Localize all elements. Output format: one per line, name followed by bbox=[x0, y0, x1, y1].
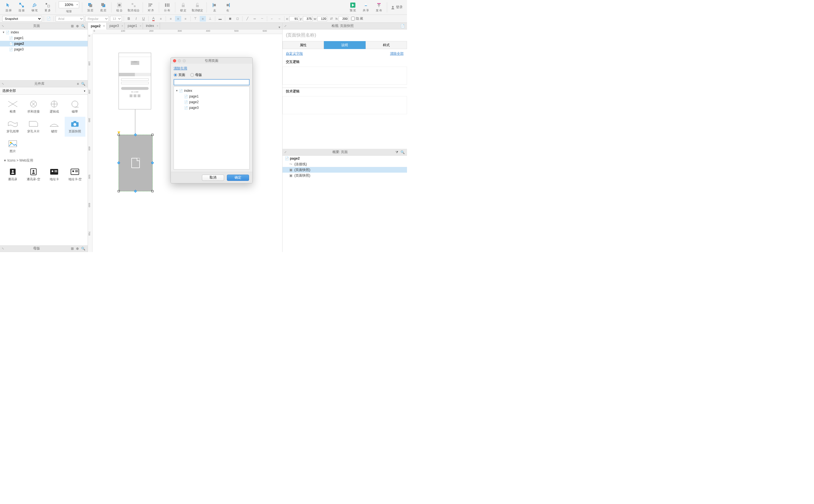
align-center-text[interactable]: ≡ bbox=[175, 16, 181, 22]
outline-item[interactable]: ⤳(连接线) bbox=[282, 161, 407, 167]
add-page-icon[interactable]: ⊕ bbox=[76, 24, 79, 28]
add-folder-icon[interactable]: ⊞ bbox=[71, 24, 74, 28]
ungroup-button[interactable]: 取消 组合 bbox=[126, 1, 141, 14]
group-button[interactable]: 组 合 bbox=[113, 1, 126, 14]
lib-item-addresscard[interactable]: 地址卡 bbox=[44, 165, 65, 185]
bold-button[interactable]: B bbox=[126, 16, 132, 22]
note-marker-icon[interactable] bbox=[117, 132, 120, 134]
notes-icon[interactable]: 📄 bbox=[400, 24, 405, 28]
search-icon[interactable]: 🔍 bbox=[400, 150, 405, 154]
notes-icon[interactable]: 📄 bbox=[46, 16, 52, 22]
close-icon[interactable]: × bbox=[103, 24, 105, 27]
connector-line[interactable] bbox=[135, 109, 135, 135]
collapse-icon[interactable]: ⤡ bbox=[2, 24, 4, 27]
dialog-tree-item[interactable]: 📄page1 bbox=[174, 94, 249, 99]
collapse-icon[interactable]: ⤡ bbox=[2, 247, 4, 250]
valign-middle[interactable]: ≡ bbox=[200, 16, 206, 22]
snapshot-widget-selected[interactable] bbox=[119, 135, 153, 191]
notes-textarea[interactable] bbox=[282, 67, 407, 85]
close-icon[interactable]: × bbox=[156, 24, 158, 27]
valign-bottom[interactable]: ⊥ bbox=[207, 16, 213, 22]
tab-index[interactable]: index× bbox=[143, 23, 160, 29]
lock-button[interactable]: 锁 定 bbox=[177, 1, 189, 14]
menu-icon[interactable]: ≡ bbox=[77, 82, 79, 86]
lib-item-image[interactable]: 图片 bbox=[2, 137, 23, 156]
pen-tool[interactable]: 钢 笔 bbox=[28, 1, 41, 14]
line-width-button[interactable]: ═ bbox=[251, 16, 258, 22]
library-filter-select[interactable]: 选择全部▾ bbox=[0, 87, 88, 95]
w-input[interactable] bbox=[317, 16, 327, 21]
font-weight-select[interactable]: Regular bbox=[85, 16, 109, 22]
tab-style[interactable]: 样式 bbox=[365, 41, 407, 49]
italic-button[interactable]: I bbox=[133, 16, 139, 22]
bring-front-button[interactable]: 顶 层 bbox=[84, 1, 96, 14]
align-right-text[interactable]: ≡ bbox=[182, 16, 189, 22]
notes-textarea[interactable] bbox=[282, 96, 407, 114]
collapse-icon[interactable]: ⤡ bbox=[2, 82, 4, 85]
pages-tree-root[interactable]: ▼📄index bbox=[0, 29, 88, 35]
outer-shadow-button[interactable]: ◼ bbox=[227, 16, 233, 22]
font-select[interactable]: Arial bbox=[56, 16, 84, 22]
add-folder-icon[interactable]: ⊞ bbox=[71, 247, 74, 251]
filter-icon[interactable]: ⧩ bbox=[395, 150, 398, 154]
publish-button[interactable]: 发 布 bbox=[373, 1, 385, 14]
preview-button[interactable]: 预 览 bbox=[346, 1, 359, 14]
lib-item-or[interactable]: 逻辑或 bbox=[44, 97, 65, 117]
close-icon[interactable]: × bbox=[121, 24, 123, 27]
line-style-button[interactable]: ┄ bbox=[259, 16, 265, 22]
login-button[interactable]: 登录 bbox=[389, 1, 405, 14]
clear-all-link[interactable]: 清除全部 bbox=[390, 51, 403, 56]
line-color-button[interactable]: ╱ bbox=[244, 16, 250, 22]
connect-tool[interactable]: 连 接 bbox=[15, 1, 28, 14]
zoom-select[interactable]: 100%▾ bbox=[59, 1, 79, 8]
arrow-end-button[interactable]: → bbox=[276, 16, 282, 22]
arrow-start-button[interactable]: ← bbox=[269, 16, 275, 22]
lib-item-keying[interactable]: 键控 bbox=[44, 117, 65, 137]
lib-item-punchcard[interactable]: 穿孔卡片 bbox=[23, 117, 44, 137]
custom-fields-link[interactable]: 自定义字段 bbox=[286, 51, 303, 56]
search-icon[interactable]: 🔍 bbox=[81, 24, 85, 28]
close-window-icon[interactable] bbox=[173, 59, 176, 62]
clear-reference-link[interactable]: 清除引用 bbox=[174, 66, 249, 71]
outline-item[interactable]: ▣(页面快照) bbox=[282, 167, 407, 173]
lib-item-punchtape[interactable]: 穿孔纸带 bbox=[2, 117, 23, 137]
tab-page1[interactable]: page1× bbox=[125, 23, 143, 29]
close-icon[interactable]: × bbox=[140, 24, 141, 27]
dialog-tree-item[interactable]: 📄page2 bbox=[174, 99, 249, 105]
collapse-icon[interactable]: ⤢ bbox=[284, 24, 286, 27]
lib-item-addressbook[interactable]: 通讯录 bbox=[2, 165, 23, 185]
pages-tree-item[interactable]: 📄page3 bbox=[0, 46, 88, 52]
unlock-button[interactable]: 取消锁定 bbox=[190, 1, 205, 14]
tab-properties[interactable]: 属性 bbox=[282, 41, 324, 49]
widget-type-select[interactable]: Snapshot bbox=[2, 16, 42, 22]
lib-item-addresscard-empty[interactable]: 地址卡-空 bbox=[65, 165, 85, 185]
valign-top[interactable]: ⊤ bbox=[192, 16, 198, 22]
y-input[interactable] bbox=[303, 16, 312, 21]
pages-tree-item[interactable]: 📄page1 bbox=[0, 35, 88, 41]
tab-notes[interactable]: 说明 bbox=[324, 41, 365, 49]
lib-item-check[interactable]: 检查 bbox=[2, 97, 23, 117]
outline-item[interactable]: ▣(页面快照) bbox=[282, 173, 407, 178]
align-button[interactable]: 对 齐 bbox=[145, 1, 157, 14]
radio-master[interactable]: 母版 bbox=[190, 73, 202, 77]
send-back-button[interactable]: 底 层 bbox=[97, 1, 109, 14]
wireframe-snapshot[interactable]: LOGO 第三方登录 bbox=[119, 53, 151, 109]
inner-shadow-button[interactable]: ◻ bbox=[234, 16, 240, 22]
lib-item-tape[interactable]: 磁带 bbox=[65, 97, 85, 117]
dialog-tree-item[interactable]: 📄page3 bbox=[174, 105, 249, 111]
align-left-button[interactable]: 左 bbox=[208, 1, 221, 14]
select-tool[interactable]: 选 择 bbox=[2, 1, 15, 14]
radio-page[interactable]: 页面 bbox=[174, 73, 185, 77]
outline-root[interactable]: 📄page2 bbox=[282, 156, 407, 161]
text-color-button[interactable]: A bbox=[150, 16, 156, 22]
share-button[interactable]: 共 享 bbox=[359, 1, 372, 14]
align-left-text[interactable]: ≡ bbox=[168, 16, 174, 22]
widget-name-field[interactable]: (页面快照名称) bbox=[282, 29, 407, 41]
dialog-search-input[interactable] bbox=[174, 79, 249, 85]
search-icon[interactable]: 🔍 bbox=[81, 82, 85, 86]
lib-item-addressbook-empty[interactable]: 通讯录-空 bbox=[23, 165, 44, 185]
h-input[interactable] bbox=[339, 16, 348, 21]
search-icon[interactable]: 🔍 bbox=[81, 247, 85, 251]
underline-button[interactable]: U bbox=[140, 16, 147, 22]
font-size-select[interactable]: 13 bbox=[110, 16, 122, 22]
